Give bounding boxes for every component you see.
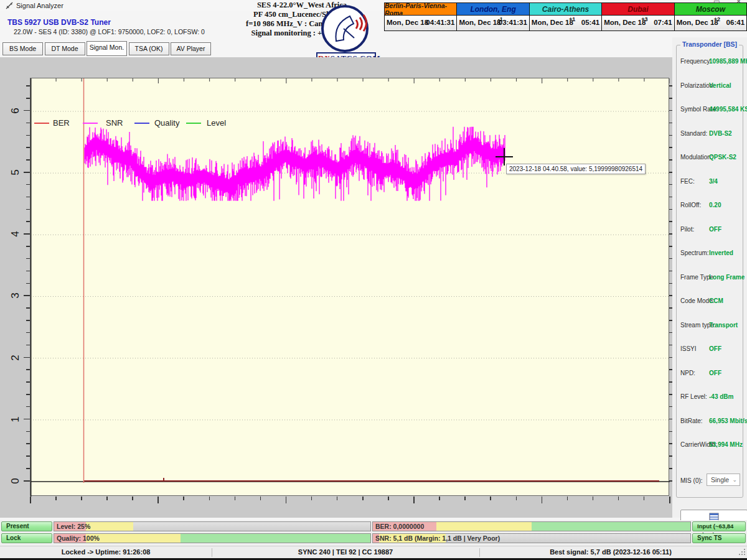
y-tick [26,147,30,148]
x-tick [157,497,159,503]
quality-segment-1 [86,534,181,543]
present-button[interactable]: Present [1,521,52,531]
x-tick [593,497,594,500]
lock-button[interactable]: Lock [1,533,52,543]
tp-label-15: BitRate: [680,418,703,424]
x-tick [542,497,543,503]
clock-city: Cairo-Athens [530,3,601,16]
tab-dt-mode[interactable]: DT Mode [45,42,85,55]
mis-label: MIS (0): [680,477,703,484]
clock-body: Mon, Dec 18+206:41 [675,16,746,30]
tuner-detail: 22.0W - SES 4 (ID: 3380) @ LOF1: 9750000… [14,28,205,35]
y-tick [26,85,30,86]
level-legend-line [186,123,201,124]
clock-0: Berlin-Paris-Vienna-RomaMon, Dec 1804:41… [384,2,457,31]
y-axis-label-5: 5 [9,166,22,179]
tp-value-4: QPSK-S2 [709,154,736,161]
app-dish-icon [5,1,14,10]
quality-bar: Quality: 100% [54,533,371,543]
transponder-groupbox: Transponder [BS] MIS (0): Single ⌄ Frequ… [676,45,743,498]
y-tick [26,320,30,321]
level-legend-label: Level [207,118,226,128]
y-tick [26,307,30,309]
mis-value: Single [711,476,729,483]
level-segment-1 [86,522,133,531]
tab-signal-mon-[interactable]: Signal Mon. [87,41,127,56]
x-tick [81,497,82,500]
transponder-title: Transponder [BS] [680,40,739,48]
tab-av-player[interactable]: AV Player [171,42,211,55]
y-tick [26,381,30,383]
y-axis-label-4: 4 [9,227,22,241]
x-tick [516,497,517,500]
x-tick [106,497,108,500]
tp-value-6: 0.20 [709,202,721,208]
tp-label-12: ISSYI [680,345,697,352]
tp-value-16: 53,994 MHz [709,441,743,448]
level-bar: Level: 25% [54,521,371,531]
x-tick [260,497,261,500]
tab-bs-mode[interactable]: BS Mode [2,42,43,55]
clock-1: London, EngMon, Dec 18-103:41:31 [457,2,529,31]
value-tooltip: 2023-12-18 04.40.58, value: 5,1999998092… [506,164,646,174]
y-tick [26,135,30,136]
y-tick [26,209,30,210]
clock-date: Mon, Dec 18 [459,19,500,26]
y-tick [24,110,30,111]
x-tick [644,497,645,500]
signal-status-rows: Present Lock Input (~63,84 Mbps) Sync TS… [0,520,747,545]
tab-tsa-ok-[interactable]: TSA (OK) [129,42,169,55]
y-tick [24,295,30,296]
y-tick [26,98,30,99]
x-tick [235,497,236,500]
tp-label-0: Frequency: [680,58,712,65]
ber-legend-line [34,123,49,124]
cursor-crosshair-v [504,148,505,166]
tp-label-5: FEC: [680,178,695,185]
clock-body: Mon, Dec 18+307:41 [602,16,674,30]
x-tick [55,497,57,500]
y-tick [26,431,30,432]
y-tick [26,184,30,185]
sync-ts-button[interactable]: Sync TS [692,533,746,543]
y-tick [26,406,30,408]
clock-city: London, Eng [457,3,529,16]
clock-time: 06:41 [726,19,745,26]
y-axis-label-0: 0 [9,474,22,488]
tp-label-6: RollOff: [680,202,701,208]
tp-value-2: 44995,584 KS/s [709,106,747,113]
x-tick [132,497,133,500]
tp-value-5: 3/4 [709,178,718,185]
level-bar-text: Level: 25% [57,522,90,531]
x-tick [209,497,210,500]
clock-date: Mon, Dec 18 [387,19,428,26]
x-tick [669,497,670,503]
clock-date: Mon, Dec 18 [604,19,646,26]
tp-value-12: OFF [709,345,721,352]
dxsatcs-logo: DXSATCS.COM [316,4,376,65]
mis-dropdown[interactable]: Single ⌄ [707,474,740,486]
y-tick [26,123,30,124]
tp-value-7: OFF [709,226,721,233]
tp-value-13: OFF [709,370,721,376]
chart-plot[interactable] [30,78,669,496]
y-tick [26,283,30,284]
y-tick [26,455,30,457]
status-best-signal: Best signal: 5,7 dB (2023-12-16 05:11) [480,548,741,556]
snr-legend-label: SNR [106,118,123,128]
tp-label-14: RF Level: [680,393,707,400]
y-tick [26,221,30,222]
transponder-panel: Transponder [BS] MIS (0): Single ⌄ Frequ… [672,37,747,518]
x-tick [337,497,338,500]
clock-utc-offset: +1 [569,16,575,22]
ber-segment-2 [532,522,690,531]
y-tick [24,480,30,482]
input-button[interactable]: Input (~63,84 Mbps) [692,521,746,531]
x-tick [286,497,287,503]
tp-value-1: Vertical [709,82,731,89]
world-clocks: Berlin-Paris-Vienna-RomaMon, Dec 1804:41… [384,2,747,31]
resize-grip[interactable] [739,549,746,557]
x-tick [567,497,568,500]
clock-city: Dubai [602,3,674,16]
quality-bar-text: Quality: 100% [57,534,100,543]
